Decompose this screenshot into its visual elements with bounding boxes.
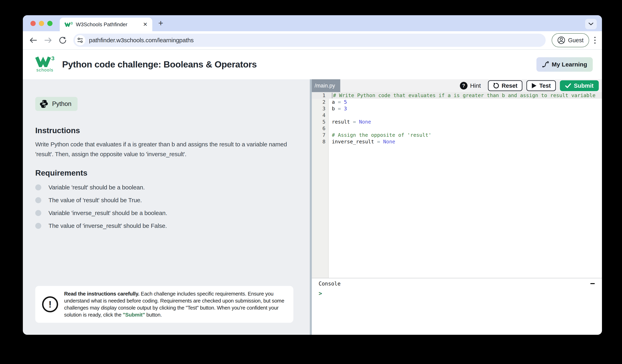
new-tab-button[interactable]: +	[158, 18, 163, 28]
code-editor[interactable]: 1# Write Python code that evaluates if a…	[312, 92, 602, 278]
profile-avatar-icon	[557, 36, 565, 44]
code-line[interactable]: 8inverse_result = None	[312, 138, 602, 145]
close-window-button[interactable]	[30, 21, 36, 26]
requirements-list: Variable 'result' should be a boolean.Th…	[35, 181, 167, 232]
instructions-body: Write Python code that evaluates if a is…	[35, 139, 298, 159]
line-number: 6	[312, 126, 329, 131]
line-number: 4	[312, 112, 329, 118]
alert-circle-icon: !	[42, 296, 58, 312]
site-header: 3 schools Python code challenge: Boolean…	[23, 50, 602, 79]
editor-toolbar: /main.py ? Hint Reset	[312, 79, 602, 92]
reset-icon	[493, 83, 499, 89]
question-circle-icon: ?	[460, 82, 467, 90]
requirement-item: Variable 'inverse_result' should be a bo…	[35, 207, 167, 219]
w3schools-w-icon	[35, 56, 51, 67]
requirement-item: The value of 'inverse_result' should be …	[35, 219, 167, 232]
browser-window: 3 W3Schools Pathfinder ✕ +	[23, 15, 602, 335]
reset-button[interactable]: Reset	[488, 80, 523, 91]
code-line[interactable]: 3b = 3	[312, 105, 602, 112]
reload-icon	[59, 36, 67, 44]
code-line[interactable]: 6	[312, 125, 602, 132]
code-line[interactable]: 7# Assign the opposite of 'result'	[312, 132, 602, 138]
requirement-status-icon	[35, 197, 41, 203]
console-panel: Console >	[312, 278, 602, 335]
main-content: Python Instructions Write Python code th…	[23, 79, 602, 335]
forward-arrow-icon	[44, 37, 52, 43]
requirements-heading: Requirements	[35, 169, 87, 177]
browser-tab[interactable]: 3 W3Schools Pathfinder ✕	[60, 18, 152, 31]
tab-title: W3Schools Pathfinder	[76, 21, 140, 28]
line-number: 2	[312, 99, 329, 105]
requirement-item: Variable 'result' should be a boolean.	[35, 181, 167, 194]
submit-button[interactable]: Submit	[560, 80, 599, 91]
test-button[interactable]: Test	[526, 80, 556, 91]
language-badge: Python	[35, 97, 78, 111]
language-badge-label: Python	[52, 100, 72, 108]
hint-button[interactable]: ? Hint	[460, 82, 481, 90]
line-number: 1	[312, 92, 329, 98]
code-line[interactable]: 4	[312, 112, 602, 119]
line-number: 7	[312, 132, 329, 138]
chevron-down-icon	[588, 22, 594, 26]
w3schools-favicon-icon: 3	[64, 22, 73, 27]
reload-button[interactable]	[59, 36, 67, 44]
minimize-window-button[interactable]	[39, 21, 44, 26]
requirement-text: The value of 'inverse_result' should be …	[48, 222, 167, 229]
zoom-window-button[interactable]	[47, 21, 53, 26]
window-controls	[30, 21, 53, 26]
learning-path-icon	[542, 61, 549, 68]
line-number: 3	[312, 106, 329, 111]
requirement-text: Variable 'inverse_result' should be a bo…	[48, 210, 167, 217]
code-lines: 1# Write Python code that evaluates if a…	[312, 92, 602, 145]
editor-panel: /main.py ? Hint Reset	[312, 79, 602, 335]
browser-tab-bar: 3 W3Schools Pathfinder ✕ +	[23, 15, 602, 31]
code-line[interactable]: 2a = 5	[312, 99, 602, 105]
text-cursor	[332, 93, 332, 98]
site-settings-button[interactable]	[75, 35, 85, 45]
back-button[interactable]	[29, 37, 37, 43]
requirement-status-icon	[35, 210, 41, 216]
w3schools-logo[interactable]: 3 schools	[35, 56, 55, 73]
requirement-text: Variable 'result' should be a boolean.	[48, 184, 145, 191]
page-title: Python code challenge: Booleans & Operat…	[62, 59, 257, 70]
browser-menu-button[interactable]	[594, 37, 596, 44]
line-number: 8	[312, 139, 329, 145]
url-text: pathfinder.w3schools.com/learningpaths	[89, 37, 194, 44]
back-arrow-icon	[29, 37, 37, 43]
play-icon	[531, 83, 537, 89]
python-logo-icon	[39, 99, 48, 109]
challenge-panel: Python Instructions Write Python code th…	[23, 79, 310, 335]
guest-profile-button[interactable]: Guest	[552, 33, 589, 47]
guest-label: Guest	[568, 37, 583, 44]
line-number: 5	[312, 119, 329, 125]
file-tab-main-py[interactable]: /main.py	[312, 79, 340, 92]
forward-button[interactable]	[44, 37, 52, 43]
site-settings-icon	[77, 37, 83, 43]
browser-toolbar: pathfinder.w3schools.com/learningpaths G…	[23, 31, 602, 49]
close-tab-icon[interactable]: ✕	[143, 21, 148, 28]
requirement-text: The value of 'result' should be True.	[48, 197, 142, 204]
screen-background: 3 W3Schools Pathfinder ✕ +	[0, 0, 622, 364]
requirement-status-icon	[35, 184, 41, 190]
console-title: Console	[319, 281, 602, 287]
address-bar[interactable]: pathfinder.w3schools.com/learningpaths	[73, 34, 546, 47]
code-line[interactable]: 5result = None	[312, 119, 602, 125]
note-text: Read the instructions carefully. Each ch…	[64, 290, 287, 318]
check-icon	[565, 83, 571, 88]
instructions-heading: Instructions	[35, 126, 80, 135]
panel-divider[interactable]	[310, 79, 312, 335]
requirement-item: The value of 'result' should be True.	[35, 194, 167, 207]
requirement-status-icon	[35, 223, 41, 229]
tab-search-button[interactable]	[585, 19, 597, 29]
instructions-note: ! Read the instructions carefully. Each …	[35, 286, 293, 323]
my-learning-button[interactable]: My Learning	[536, 57, 593, 72]
my-learning-label: My Learning	[552, 61, 587, 68]
console-prompt: >	[319, 290, 602, 297]
code-line[interactable]: 1# Write Python code that evaluates if a…	[312, 92, 602, 99]
collapse-console-icon[interactable]	[590, 283, 595, 284]
